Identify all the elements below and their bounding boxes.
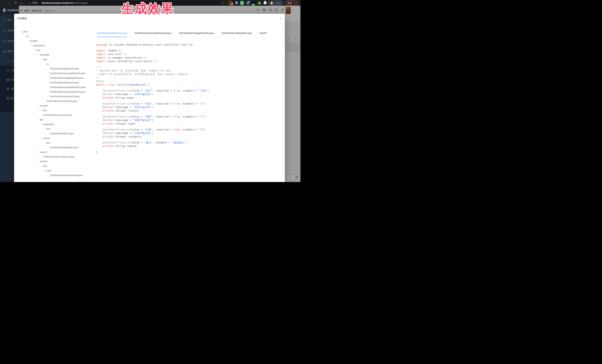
extension-puzzle-diamond-icon[interactable] — [246, 1, 250, 5]
extensions-puzzle-icon[interactable] — [264, 1, 267, 5]
extension-sprout-icon[interactable] — [258, 1, 261, 5]
file-tab[interactable]: ToolTe — [259, 30, 267, 37]
tree-node-label: convert — [40, 104, 48, 108]
code-blank-line — [96, 47, 209, 49]
close-icon[interactable]: ✕ — [279, 17, 282, 20]
tree-node-folder[interactable]: ▾iocoder — [20, 39, 92, 43]
tree-node-label: ToolTestDemoBaseVO.java — [50, 66, 79, 71]
code-line: @Data — [96, 80, 209, 83]
tree-node-file[interactable]: ToolTestDemoController.java — [20, 99, 92, 104]
tree-node-folder[interactable]: ▾tool — [20, 48, 92, 52]
tree-node-label: mysql — [43, 136, 49, 140]
bookmark-star-icon[interactable]: ☆ — [221, 1, 225, 5]
tree-node-file[interactable]: ToolTestDemoExportReqVO.java — [20, 90, 92, 94]
tabs-scroll-left-icon[interactable]: ‹ — [94, 31, 95, 34]
tree-caret-icon[interactable]: ▾ — [27, 39, 30, 43]
extension-y-icon[interactable]: y — [240, 1, 244, 5]
tree-node-file[interactable]: ToolTestDemoUpdateReqVO.java — [20, 85, 92, 90]
tree-node-label: ToolTestDemoPageReqVO.java — [50, 76, 84, 80]
browser-scrollbar[interactable] — [300, 6, 301, 182]
file-tab[interactable]: ToolTestDemoBaseVO.java — [97, 30, 127, 37]
browser-menu-kebab-icon[interactable]: ⋮ — [294, 2, 296, 5]
not-secure-label: 不安全 — [31, 1, 38, 4]
browser-reload-icon[interactable]: ↻ — [13, 0, 18, 6]
tree-caret-icon[interactable]: ▾ — [41, 136, 43, 140]
tree-caret-icon[interactable]: ▾ — [37, 159, 40, 164]
tree-caret-icon[interactable]: ▾ — [34, 48, 36, 52]
tree-node-folder[interactable]: ▾test — [20, 127, 92, 131]
tree-caret-icon[interactable]: ▾ — [31, 43, 33, 48]
tree-caret-icon[interactable]: ▾ — [44, 168, 46, 173]
file-tab[interactable]: ToolTestDemoCreateReqVO.java — [134, 30, 171, 37]
extension-badge: 1 — [231, 3, 233, 5]
tree-node-folder[interactable]: ▾test — [20, 57, 92, 62]
tree-caret-icon[interactable]: ▾ — [37, 52, 40, 57]
tree-caret-icon[interactable]: ▾ — [21, 29, 23, 34]
tree-node-label: test — [46, 127, 50, 131]
tree-node-label: service — [40, 159, 47, 164]
code-blank-line — [96, 148, 209, 150]
tree-node-file[interactable]: ToolTestDemoRespVO.java — [20, 80, 92, 85]
tree-node-folder[interactable]: ▾convert — [20, 104, 92, 108]
tree-caret-icon[interactable]: ▾ — [44, 140, 46, 145]
tree-node-file[interactable]: ToolTestDemoDO.java — [20, 131, 92, 136]
tree-node-file[interactable]: ToolTestDemoCreateReqVO.java — [20, 71, 92, 76]
tree-node-file[interactable]: ToolTestDemoMapper.java — [20, 145, 92, 150]
extension-orange-ring-icon[interactable]: 1 — [229, 1, 233, 5]
tree-node-file[interactable]: ToolTestDemoConvert.java — [20, 113, 92, 117]
tree-node-file[interactable]: ToolErrorCodeConstants.java — [20, 154, 92, 159]
tree-caret-icon[interactable]: ▾ — [37, 117, 40, 122]
extension-drop-icon[interactable] — [235, 1, 238, 5]
browser-back-icon[interactable]: ← — [0, 0, 5, 6]
tree-caret-icon[interactable]: ▾ — [41, 57, 43, 62]
tree-caret-icon[interactable]: ▾ — [44, 62, 46, 66]
tree-caret-icon[interactable]: ▾ — [41, 164, 43, 168]
tree-node-folder[interactable]: ▾service — [20, 159, 92, 164]
tree-node-file[interactable]: ToolTestDemoServiceImpl.java — [20, 173, 92, 177]
chrome-update-button[interactable]: 更新 ⋮ — [286, 1, 298, 6]
tree-node-folder[interactable]: ▾controller — [20, 52, 92, 57]
extension-list-icon[interactable]: on — [252, 1, 255, 5]
code-line: @NotNull(message = "类型不能为空") — [96, 118, 209, 122]
tree-node-folder[interactable]: ▾cn — [20, 34, 92, 39]
tree-caret-icon[interactable]: ▾ — [41, 108, 43, 113]
tree-caret-icon[interactable]: ▾ — [37, 150, 40, 154]
tree-node-folder[interactable]: ▾vo — [20, 62, 92, 66]
browser-home-icon[interactable]: ⌂ — [20, 0, 24, 6]
tree-node-folder[interactable]: ▾java — [20, 29, 92, 34]
tree-node-folder[interactable]: ▾test — [20, 164, 92, 168]
browser-forward-icon[interactable]: → — [7, 0, 11, 6]
tree-node-label: ToolTestDemoUpdateReqVO.java — [50, 85, 86, 90]
code-line: @ApiModelProperty(value = "分类", required… — [96, 128, 209, 131]
tabs-scroll-right-icon[interactable]: › — [280, 31, 281, 34]
tree-node-label: ToolTestDemoExcelVO.java — [50, 94, 79, 99]
tree-caret-icon[interactable]: ▾ — [44, 127, 46, 131]
tree-node-label: dal — [40, 117, 43, 122]
file-tab[interactable]: ToolTestDemoPageReqVO.java — [179, 30, 214, 37]
tree-node-folder[interactable]: ▾enums — [20, 150, 92, 154]
tree-node-label: ToolTestDemoCreateReqVO.java — [50, 71, 85, 76]
url-path: /tool/codegen — [73, 2, 88, 4]
tree-node-folder[interactable]: ▾impl — [20, 168, 92, 173]
tree-caret-icon[interactable]: ▾ — [41, 122, 43, 127]
tree-node-folder[interactable]: ▾dataobject — [20, 122, 92, 127]
modal-title: 代码预览 — [17, 17, 27, 20]
tree-node-file[interactable]: ToolTestDemoPageReqVO.java — [20, 76, 92, 80]
tree-node-folder[interactable]: ▾test — [20, 108, 92, 113]
tree-node-file[interactable]: ToolTestDemoExcelVO.java — [20, 94, 92, 99]
tree-node-folder[interactable]: ▾test — [20, 140, 92, 145]
tree-node-folder[interactable]: ▾mysql — [20, 136, 92, 140]
paused-extension-button[interactable]: 已暂停 — [268, 1, 283, 6]
tree-caret-icon[interactable]: ▾ — [37, 104, 40, 108]
tree-node-file[interactable]: ToolTestDemoBaseVO.java — [20, 66, 92, 71]
tree-caret-icon[interactable]: ▾ — [24, 34, 26, 39]
file-tab[interactable]: ToolTestDemoRespVO.java — [221, 30, 252, 37]
code-line: private Integer status; — [96, 109, 209, 113]
code-line: import java.util.*; — [96, 52, 209, 56]
tree-node-label: test — [46, 140, 50, 145]
tree-node-label: ToolTestDemoExportReqVO.java — [50, 90, 85, 94]
code-line: @NotNull(message = "名字不能为空") — [96, 93, 209, 96]
file-tree: ▾java▾cn▾iocoder▾dashboard▾tool▾controll… — [20, 29, 92, 177]
tree-node-folder[interactable]: ▾dashboard — [20, 43, 92, 48]
tree-node-folder[interactable]: ▾dal — [20, 117, 92, 122]
